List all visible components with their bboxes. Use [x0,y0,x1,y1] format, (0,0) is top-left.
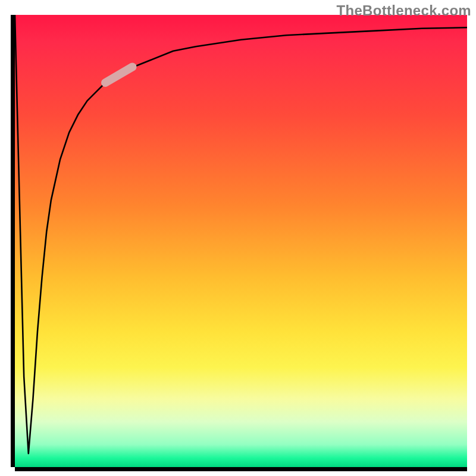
highlight-segment [105,67,133,83]
y-axis [11,15,15,467]
curve-layer [15,15,467,467]
x-axis [15,467,467,471]
watermark-text: TheBottleneck.com [337,2,471,19]
bottleneck-curve [15,15,467,453]
chart-container: TheBottleneck.com [0,0,476,476]
plot-area [15,15,467,467]
